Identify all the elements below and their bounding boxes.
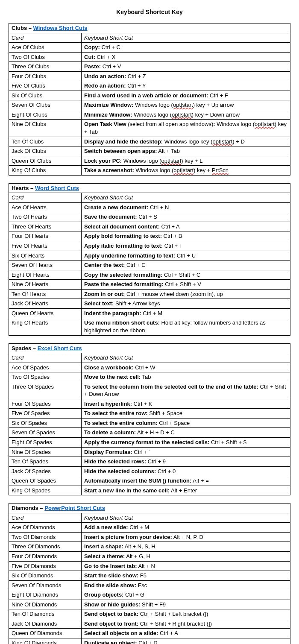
shortcut-keys: Shift + Arrow keys <box>114 300 160 307</box>
shortcut-action: Duplicate an object: <box>84 640 137 644</box>
table-row: Jack Of ClubsSwitch between open apps: A… <box>9 146 290 156</box>
section-suit-prefix: Spades – <box>12 345 38 351</box>
shortcut-cell: Display Formulas: Ctrl + ` <box>82 447 290 457</box>
shortcut-keys: Windows logo (opt|start) key + Down arro… <box>132 111 240 118</box>
table-row: Five Of ClubsRedo an action: Ctrl + Y <box>9 81 290 91</box>
table-row: Queen Of ClubsLock your PC: Windows logo… <box>9 156 290 166</box>
card-cell: Queen Of Hearts <box>9 308 82 318</box>
shortcut-cell: Display and hide the desktop: Windows lo… <box>82 137 290 146</box>
shortcut-action: Select a theme: <box>84 553 125 559</box>
column-header-card: Card <box>9 513 82 523</box>
section-suit-prefix: Clubs – <box>12 25 33 31</box>
card-cell: King Of Diamonds <box>9 638 82 644</box>
table-row: Queen Of HeartsIndent the paragraph: Ctr… <box>9 308 290 318</box>
card-cell: Three Of Hearts <box>9 222 82 231</box>
shortcut-keys: Windows logo (opt|start) key + L <box>122 158 202 164</box>
shortcut-cell: Save the document: Ctrl + S <box>82 212 290 222</box>
shortcut-action: Add a new slide: <box>84 524 128 530</box>
shortcut-action: To select the entire column: <box>84 420 158 426</box>
card-cell: Seven Of Hearts <box>9 261 82 270</box>
table-row: Six Of SpadesTo select the entire column… <box>9 418 290 428</box>
section-suit-prefix: Diamonds – <box>12 505 44 511</box>
table-row: Jack Of SpadesHide the selected columns:… <box>9 466 290 476</box>
card-cell: King Of Spades <box>9 486 82 495</box>
shortcut-keys: Alt + N, S, H <box>123 543 155 550</box>
shortcut-cell: Automatically insert the SUM () function… <box>82 476 290 486</box>
shortcut-keys: Ctrl + Space <box>158 420 190 426</box>
shortcut-keys: Ctrl + Y <box>126 82 146 89</box>
shortcut-cell: Insert a picture from your device: Alt +… <box>82 532 290 542</box>
table-row: Six Of ClubsFind a word used in a web ar… <box>9 91 290 100</box>
shortcut-keys: Windows logo key (opt|start) + D <box>163 138 245 145</box>
shortcut-cell: Hide the selected rows: Ctrl + 9 <box>82 457 290 467</box>
shortcut-action: Show or hide guides: <box>84 601 140 608</box>
shortcut-action: Create a new document: <box>84 204 148 211</box>
card-cell: Three Of Clubs <box>9 62 82 72</box>
table-row: Seven Of SpadesTo delete a column: Alt +… <box>9 428 290 438</box>
shortcut-keys: Ctrl + Z <box>126 73 146 79</box>
card-cell: Queen Of Spades <box>9 476 82 486</box>
shortcut-action: Group objects: <box>84 591 123 598</box>
shortcut-cell: Paste the selected formatting: Ctrl + Sh… <box>82 280 290 290</box>
shortcut-action: Apply italic formatting to text: <box>84 243 163 249</box>
shortcut-keys: Ctrl + N <box>148 204 169 211</box>
table-row: Five Of SpadesTo select the entire row: … <box>9 409 290 419</box>
shortcut-action: Redo an action: <box>84 82 126 89</box>
shortcut-action: Apply underline formatting to text: <box>84 252 175 259</box>
table-row: Six Of HeartsApply underline formatting … <box>9 251 290 261</box>
table-row: Ten Of SpadesHide the selected rows: Ctr… <box>9 457 290 467</box>
table-row: Six Of DiamondsStart the slide show: F5 <box>9 571 290 581</box>
table-row: Jack Of HeartsSelect text: Shift + Arrow… <box>9 299 290 309</box>
section-link[interactable]: Excel Short Cuts <box>38 345 82 351</box>
shortcut-keys: Ctrl + ` <box>132 449 151 455</box>
card-cell: King Of Hearts <box>9 318 82 335</box>
shortcut-cell: Start the slide show: F5 <box>82 571 290 581</box>
card-cell: Jack Of Diamonds <box>9 619 82 629</box>
shortcut-cell: Lock your PC: Windows logo (opt|start) k… <box>82 156 290 166</box>
table-row: Queen Of DiamondsSelect all objects on a… <box>9 629 290 638</box>
card-cell: Eight Of Hearts <box>9 270 82 280</box>
shortcut-cell: Go to the Insert tab: Alt + N <box>82 561 290 571</box>
card-cell: Nine Of Clubs <box>9 120 82 137</box>
shortcut-action: Take a screenshot: <box>84 167 134 173</box>
table-row: Two Of DiamondsInsert a picture from you… <box>9 532 290 542</box>
shortcut-keys: Ctrl + G <box>123 591 144 598</box>
shortcut-cell: To select the entire row: Shift + Space <box>82 409 290 419</box>
shortcut-action: Automatically insert the SUM () function… <box>84 477 191 484</box>
card-cell: Ten Of Clubs <box>9 137 82 146</box>
shortcut-keys: Ctrl + mouse wheel down (zoom in), up <box>125 291 223 297</box>
table-row: Nine Of SpadesDisplay Formulas: Ctrl + ` <box>9 447 290 457</box>
card-cell: Ten Of Diamonds <box>9 609 82 619</box>
shortcut-keys: Alt + H + D + C <box>136 429 175 436</box>
table-row: Four Of HeartsApply bold formatting to t… <box>9 231 290 241</box>
card-cell: Jack Of Spades <box>9 466 82 476</box>
shortcut-action: Select text: <box>84 300 114 307</box>
shortcut-cell: Zoom in or out: Ctrl + mouse wheel down … <box>82 289 290 299</box>
shortcut-cell: Redo an action: Ctrl + Y <box>82 81 290 91</box>
shortcut-cell: Add a new slide: Ctrl + M <box>82 523 290 533</box>
shortcut-keys: Ctrl + Shift + Left bracket ([) <box>138 611 208 617</box>
column-header-card: Card <box>9 193 82 203</box>
shortcut-cell: Open Task View (select from all open app… <box>82 120 290 137</box>
table-row: Three Of SpadesTo select the column from… <box>9 382 290 399</box>
shortcut-cell: Apply bold formatting to text: Ctrl + B <box>82 231 290 241</box>
shortcut-keys: Ctrl + Shift + Right bracket (]) <box>138 621 212 627</box>
section-link[interactable]: Windows Short Cuts <box>33 25 88 31</box>
card-cell: Five Of Clubs <box>9 81 82 91</box>
section-table: Spades – Excel Short CutsCardKeyboard Sh… <box>9 343 290 496</box>
shortcut-cell: Select a theme: Alt + G, H <box>82 551 290 561</box>
shortcut-cell: Copy the selected formatting: Ctrl + Shi… <box>82 270 290 280</box>
shortcut-cell: Show or hide guides: Shift + F9 <box>82 600 290 609</box>
shortcut-keys: Ctrl + B <box>162 233 182 239</box>
card-cell: Six Of Hearts <box>9 251 82 261</box>
shortcut-action: Copy the selected formatting: <box>84 272 162 278</box>
section-link[interactable]: Word Short Cuts <box>35 185 79 191</box>
section-suit-prefix: Hearts – <box>12 185 35 191</box>
card-cell: Two Of Diamonds <box>9 532 82 542</box>
shortcut-action: Insert a picture from your device: <box>84 534 172 540</box>
shortcut-action: Send object to front: <box>84 621 138 627</box>
card-cell: Seven Of Diamonds <box>9 580 82 590</box>
card-cell: Nine Of Diamonds <box>9 600 82 609</box>
shortcut-action: Center the text: <box>84 262 125 268</box>
section-link[interactable]: PowerPoint Short Cuts <box>44 505 105 511</box>
